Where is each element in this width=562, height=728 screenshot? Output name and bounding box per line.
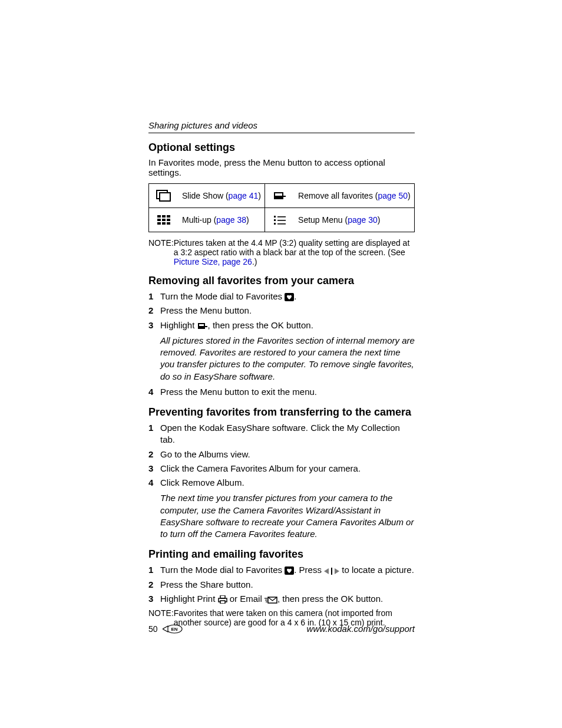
svg-marker-38 <box>163 626 168 632</box>
svg-rect-4 <box>275 196 282 198</box>
multiup-icon <box>157 215 170 225</box>
removing-steps: Turn the Mode dial to Favorites . Press … <box>148 291 415 398</box>
cell-text: Slide Show ( <box>182 191 229 200</box>
list-item: Highlight Print or Email , then press th… <box>148 593 415 605</box>
setup-menu-cell: Setup Menu (page 30) <box>295 208 414 232</box>
email-icon <box>265 597 277 604</box>
step-text: Highlight <box>160 320 197 330</box>
list-item: Press the Menu button to exit the menu. <box>148 386 415 398</box>
slideshow-icon <box>156 190 171 202</box>
slideshow-icon-cell <box>149 184 179 208</box>
heading-optional-settings: Optional settings <box>148 141 415 154</box>
header-rule <box>148 133 415 133</box>
print-icon <box>218 595 227 604</box>
svg-rect-32 <box>220 601 225 604</box>
list-item: Open the Kodak EasyShare software. Click… <box>148 422 415 446</box>
note-text-b: .) <box>252 257 257 266</box>
heading-removing-favorites: Removing all favorites from your camera <box>148 275 415 287</box>
support-url[interactable]: www.kodak.com/go/support <box>183 624 415 634</box>
cell-text: Setup Menu ( <box>298 215 348 225</box>
step-text: Turn the Mode dial to Favorites <box>160 565 285 575</box>
multiup-icon-cell <box>149 208 179 232</box>
heading-printing-emailing: Printing and emailing favorites <box>148 548 415 561</box>
svg-rect-17 <box>274 219 276 221</box>
note-text: Pictures taken at the 4.4 MP (3:2) quali… <box>174 238 415 266</box>
svg-rect-12 <box>157 222 161 225</box>
svg-rect-19 <box>274 223 276 225</box>
step-text: Turn the Mode dial to Favorites <box>160 291 285 301</box>
svg-rect-15 <box>274 216 276 218</box>
step-text-tail: to locate a picture. <box>339 565 414 575</box>
cell-text: Remove all favorites ( <box>298 191 378 200</box>
optional-note: NOTE: Pictures taken at the 4.4 MP (3:2)… <box>148 238 415 266</box>
svg-rect-20 <box>277 223 286 225</box>
svg-rect-28 <box>331 568 332 575</box>
note-text-a: Pictures taken at the 4.4 MP (3:2) quali… <box>174 238 410 257</box>
svg-rect-10 <box>162 219 166 221</box>
svg-rect-24 <box>199 326 204 328</box>
list-item: Highlight , then press the OK button. Al… <box>148 319 415 383</box>
svg-rect-25 <box>205 326 207 327</box>
page-link[interactable]: page 41 <box>229 191 259 200</box>
cell-text: Multi-up ( <box>182 215 216 225</box>
svg-rect-13 <box>162 222 166 225</box>
page-footer: 50 EN www.kodak.com/go/support <box>148 624 415 634</box>
list-item: Press the Share button. <box>148 579 415 591</box>
note-label: NOTE: <box>148 238 174 266</box>
step-result: All pictures stored in the Favorites sec… <box>160 335 415 383</box>
preventing-steps: Open the Kodak EasyShare software. Click… <box>148 422 415 540</box>
optional-lead: In Favorites mode, press the Menu button… <box>148 157 415 177</box>
running-head: Sharing pictures and videos <box>148 120 415 130</box>
svg-rect-16 <box>277 216 286 218</box>
step-text: Highlight Print <box>160 594 218 604</box>
page-link[interactable]: Picture Size, page 26 <box>174 257 252 266</box>
table-row: Multi-up (page 38) Setup Menu (page 30) <box>149 208 415 232</box>
step-text-mid: . Press <box>294 565 324 575</box>
page-number: 50 <box>148 624 158 634</box>
step-text: Click Remove Album. <box>160 477 244 487</box>
page-link[interactable]: page 38 <box>216 215 246 225</box>
svg-text:EN: EN <box>171 627 177 632</box>
cell-text-tail: ) <box>408 191 411 200</box>
heading-preventing-transfer: Preventing favorites from transferring t… <box>148 406 415 419</box>
step-text-tail: . <box>294 291 296 301</box>
step-text-tail: , then press the OK button. <box>208 320 313 330</box>
svg-rect-9 <box>157 219 161 221</box>
list-item: Press the Menu button. <box>148 305 415 317</box>
step-result: The next time you transfer pictures from… <box>160 492 415 540</box>
svg-marker-29 <box>335 568 339 574</box>
favorites-heart-icon <box>285 293 294 301</box>
svg-rect-14 <box>167 222 170 225</box>
page-link[interactable]: page 30 <box>348 215 378 225</box>
language-badge-icon: EN <box>163 624 183 634</box>
favorites-heart-icon <box>285 566 294 575</box>
slideshow-cell: Slide Show (page 41) <box>178 184 265 208</box>
remove-favorites-icon-cell <box>265 184 295 208</box>
svg-rect-1 <box>160 193 170 201</box>
cell-text-tail: ) <box>246 215 249 225</box>
list-item: Click the Camera Favorites Album for you… <box>148 463 415 475</box>
svg-rect-8 <box>167 215 170 218</box>
step-text-mid: or Email <box>230 594 265 604</box>
list-item: Click Remove Album. The next time you tr… <box>148 477 415 540</box>
cell-text-tail: ) <box>258 191 261 200</box>
remove-favorites-icon <box>197 322 208 330</box>
left-right-arrows-icon <box>324 568 339 575</box>
printing-steps: Turn the Mode dial to Favorites . Press … <box>148 564 415 605</box>
list-item: Go to the Albums view. <box>148 449 415 460</box>
svg-rect-18 <box>277 220 286 221</box>
svg-rect-6 <box>157 215 161 218</box>
setup-menu-icon-cell <box>265 208 295 232</box>
step-text-tail: , then press the OK button. <box>277 594 383 604</box>
page-link[interactable]: page 50 <box>378 191 408 200</box>
svg-rect-11 <box>167 219 170 221</box>
manual-page: Sharing pictures and videos Optional set… <box>0 0 562 728</box>
multiup-cell: Multi-up (page 38) <box>178 208 265 232</box>
svg-rect-5 <box>283 196 286 197</box>
table-row: Slide Show (page 41) Remove all favorite… <box>149 184 415 208</box>
setup-menu-icon <box>274 215 286 225</box>
optional-settings-table: Slide Show (page 41) Remove all favorite… <box>148 183 415 232</box>
remove-favorites-icon <box>273 190 287 202</box>
cell-text-tail: ) <box>378 215 381 225</box>
list-item: Turn the Mode dial to Favorites . Press … <box>148 564 415 576</box>
